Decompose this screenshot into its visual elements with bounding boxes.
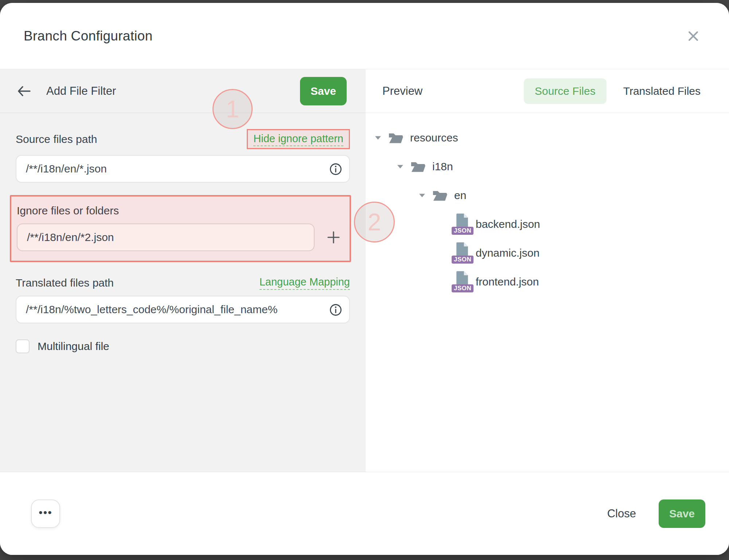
save-filter-button[interactable]: Save xyxy=(300,77,347,105)
branch-configuration-modal: Branch Configuration Add File Filter Sav… xyxy=(0,3,729,555)
json-badge: JSON xyxy=(452,256,473,264)
modal-title: Branch Configuration xyxy=(24,28,153,44)
add-ignore-pattern-icon[interactable] xyxy=(323,227,344,248)
ellipsis-icon: ••• xyxy=(39,506,52,519)
tree-folder-i18n[interactable]: i18n xyxy=(366,152,729,181)
file-tree: resources i18n xyxy=(366,113,729,296)
multilingual-checkbox[interactable] xyxy=(16,339,30,353)
tab-translated-files[interactable]: Translated Files xyxy=(623,85,701,97)
tree-file-backend-json[interactable]: JSON backend.json xyxy=(366,210,729,238)
tab-source-files[interactable]: Source Files xyxy=(524,78,607,104)
folder-icon xyxy=(432,188,448,202)
json-file-icon: JSON xyxy=(452,242,471,264)
file-filter-panel: Add File Filter Save Source files path H… xyxy=(0,69,366,472)
back-arrow-icon[interactable] xyxy=(16,85,31,97)
save-button[interactable]: Save xyxy=(659,499,705,528)
preview-tabs: Source Files Translated Files xyxy=(524,78,701,104)
preview-header: Preview Source Files Translated Files xyxy=(366,69,729,113)
json-file-icon: JSON xyxy=(452,271,471,293)
ignore-pattern-input[interactable] xyxy=(17,223,315,251)
hide-ignore-pattern-link[interactable]: Hide ignore pattern xyxy=(253,133,343,146)
more-options-button[interactable]: ••• xyxy=(31,499,60,528)
close-button[interactable]: Close xyxy=(605,507,638,521)
hide-ignore-pattern-highlight: Hide ignore pattern xyxy=(247,129,350,149)
tree-file-dynamic-json[interactable]: JSON dynamic.json xyxy=(366,238,729,267)
panel-title: Add File Filter xyxy=(46,85,116,98)
language-mapping-link[interactable]: Language Mapping xyxy=(260,276,350,290)
source-files-path-input[interactable] xyxy=(16,155,350,183)
translated-files-path-input[interactable] xyxy=(16,296,350,323)
modal-header: Branch Configuration xyxy=(0,3,729,69)
ignore-pattern-section-highlight: Ignore files or folders xyxy=(10,195,351,262)
preview-title: Preview xyxy=(382,85,422,98)
preview-panel: Preview Source Files Translated Files xyxy=(366,69,729,472)
info-icon[interactable] xyxy=(329,162,343,176)
tree-folder-resources[interactable]: resources xyxy=(366,123,729,152)
chevron-down-icon[interactable] xyxy=(374,135,382,140)
tree-file-frontend-json[interactable]: JSON frontend.json xyxy=(366,267,729,296)
json-badge: JSON xyxy=(452,227,473,235)
file-filter-form: Source files path Hide ignore pattern xyxy=(0,113,366,472)
folder-icon xyxy=(410,160,426,174)
json-file-icon: JSON xyxy=(452,213,471,236)
file-filter-panel-header: Add File Filter Save xyxy=(0,69,366,113)
multilingual-checkbox-label: Multilingual file xyxy=(38,340,109,353)
modal-body: Add File Filter Save Source files path H… xyxy=(0,69,729,472)
json-badge: JSON xyxy=(452,284,473,292)
info-icon[interactable] xyxy=(329,303,343,317)
tree-folder-en[interactable]: en xyxy=(366,181,729,210)
chevron-down-icon[interactable] xyxy=(397,164,404,169)
ignore-files-label: Ignore files or folders xyxy=(17,205,344,217)
translated-files-path-label: Translated files path xyxy=(16,277,114,289)
close-icon[interactable] xyxy=(685,28,702,44)
folder-icon xyxy=(387,131,404,145)
chevron-down-icon[interactable] xyxy=(418,193,426,198)
modal-footer: ••• Close Save xyxy=(0,472,729,555)
x-icon xyxy=(686,29,700,43)
source-files-path-label: Source files path xyxy=(16,133,97,145)
